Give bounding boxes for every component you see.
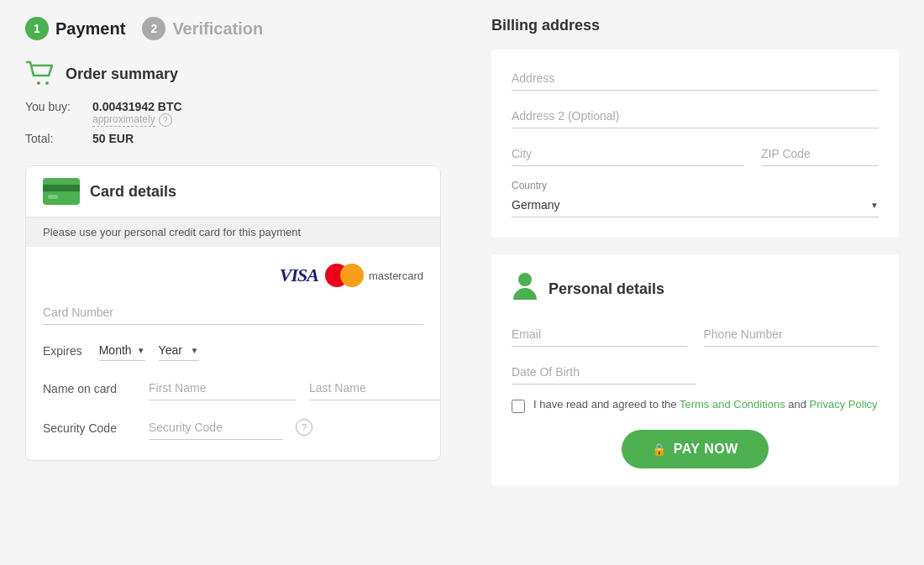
first-name-input[interactable]: [149, 376, 296, 400]
name-on-card-label: Name on card: [43, 382, 135, 395]
address2-input[interactable]: [512, 104, 879, 128]
terms-row: I have read and agreed to the Terms and …: [512, 398, 879, 413]
step2-label: Verification: [172, 19, 263, 39]
country-field: Country Germany Austria Switzerland Fran…: [512, 180, 879, 217]
year-select-wrapper[interactable]: Year 202420252026 2027202820292030 ▼: [159, 340, 199, 361]
card-number-input[interactable]: [43, 301, 423, 325]
month-select-wrapper[interactable]: Month 010203 040506 070809 101112 ▼: [99, 340, 145, 361]
dob-field: [512, 360, 879, 385]
svg-point-5: [518, 273, 532, 286]
order-row-total: Total: 50 EUR: [25, 132, 441, 145]
mastercard-logo: mastercard: [325, 264, 423, 287]
order-total-label: Total:: [25, 132, 92, 145]
svg-rect-4: [48, 195, 58, 199]
address2-field: [512, 104, 879, 128]
country-select-wrap[interactable]: Germany Austria Switzerland France Unite…: [512, 193, 879, 217]
terms-conditions-link[interactable]: Terms and Conditions: [680, 398, 785, 411]
city-field: [512, 142, 744, 166]
terms-checkbox[interactable]: [512, 400, 525, 413]
card-details-notice: Please use your personal credit card for…: [26, 217, 440, 247]
card-number-field[interactable]: [43, 301, 423, 325]
phone-input[interactable]: [704, 322, 879, 347]
card-icon: [43, 178, 80, 205]
card-logos: VISA mastercard: [43, 264, 423, 287]
mc-yellow-circle: [340, 264, 364, 287]
expires-label: Expires: [43, 344, 82, 358]
security-code-label: Security Code: [43, 421, 135, 435]
personal-header: Personal details: [512, 271, 879, 307]
approx-help-icon[interactable]: ?: [159, 113, 172, 127]
card-details-header: Card details: [26, 166, 440, 217]
card-details-section: Card details Please use your personal cr…: [25, 165, 441, 461]
svg-point-0: [37, 81, 40, 85]
country-label: Country: [512, 180, 879, 191]
billing-form: Country Germany Austria Switzerland Fran…: [491, 50, 899, 238]
email-field: [512, 322, 687, 347]
step-verification: 2 Verification: [142, 17, 263, 40]
month-select[interactable]: Month 010203 040506 070809 101112: [99, 343, 149, 357]
pay-now-button[interactable]: 🔒 PAY NOW: [622, 430, 769, 468]
zip-field: [761, 142, 879, 166]
phone-field: [704, 322, 879, 347]
terms-text: I have read and agreed to the Terms and …: [533, 398, 878, 411]
lock-icon: 🔒: [652, 442, 667, 456]
step1-circle: 1: [25, 17, 49, 40]
order-row-buy: You buy: 0.00431942 BTC approximately ?: [25, 100, 441, 127]
visa-logo: VISA: [280, 264, 318, 286]
zip-input[interactable]: [761, 142, 879, 166]
personal-section: Personal details I have read and agreed: [491, 254, 899, 485]
order-summary-title: Order summary: [66, 65, 178, 83]
security-code-input[interactable]: [149, 416, 296, 439]
svg-rect-3: [43, 185, 80, 191]
security-code-wrap: ?: [149, 416, 283, 440]
address-field: [512, 66, 879, 91]
expires-row: Expires Month 010203 040506 070809 10111…: [43, 340, 423, 361]
email-phone-row: [512, 322, 879, 347]
order-summary: Order summary You buy: 0.00431942 BTC ap…: [25, 60, 441, 145]
personal-title: Personal details: [549, 280, 664, 298]
billing-section: Billing address Country: [491, 17, 899, 238]
mc-text: mastercard: [369, 269, 423, 282]
step1-label: Payment: [55, 19, 125, 39]
email-input[interactable]: [512, 322, 687, 347]
svg-point-1: [45, 81, 49, 85]
order-buy-label: You buy:: [25, 100, 92, 127]
order-buy-value: 0.00431942 BTC: [92, 100, 182, 113]
privacy-policy-link[interactable]: Privacy Policy: [810, 398, 878, 411]
country-arrow-icon: ▼: [870, 201, 879, 210]
order-summary-header: Order summary: [25, 60, 441, 88]
country-select[interactable]: Germany Austria Switzerland France Unite…: [512, 198, 870, 212]
order-approx: approximately ?: [92, 113, 182, 127]
dob-input[interactable]: [512, 360, 696, 385]
name-row: Name on card: [43, 376, 423, 400]
city-input[interactable]: [512, 142, 744, 166]
billing-title: Billing address: [491, 17, 899, 34]
city-zip-row: [512, 142, 879, 166]
steps-nav: 1 Payment 2 Verification: [25, 17, 441, 40]
order-total-value: 50 EUR: [92, 132, 134, 145]
address-input[interactable]: [512, 66, 879, 91]
cart-icon: [25, 60, 55, 88]
card-details-title: Card details: [90, 183, 176, 201]
security-row: Security Code ?: [43, 416, 423, 440]
card-form: VISA mastercard Expires M: [26, 247, 440, 460]
year-select[interactable]: Year 202420252026 2027202820292030: [159, 343, 202, 357]
step-payment: 1 Payment: [25, 17, 125, 40]
security-help-icon[interactable]: ?: [296, 419, 312, 436]
last-name-input[interactable]: [309, 376, 441, 400]
step2-circle: 2: [142, 17, 165, 40]
pay-button-label: PAY NOW: [674, 442, 738, 457]
person-icon: [512, 271, 538, 307]
